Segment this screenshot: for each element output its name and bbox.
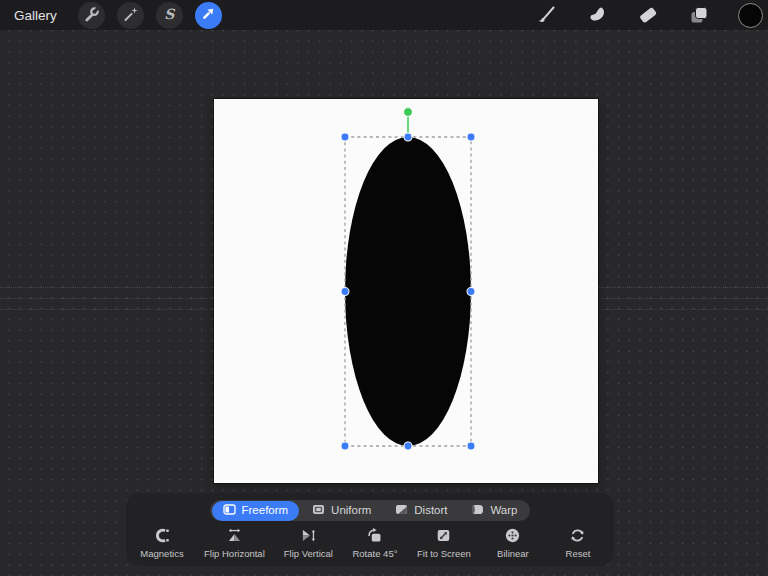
handle-middle-left[interactable] — [341, 288, 349, 296]
reset-button[interactable]: Reset — [555, 527, 601, 559]
flip-horizontal-button[interactable]: Flip Horizontal — [204, 527, 265, 559]
top-toolbar: Gallery S — [0, 0, 768, 30]
freeform-icon — [223, 503, 236, 518]
mode-label: Freeform — [242, 505, 289, 517]
reset-icon — [568, 527, 587, 547]
distort-icon — [395, 503, 408, 518]
action-label: Magnetics — [140, 549, 183, 559]
flip-horizontal-icon — [225, 527, 244, 547]
wrench-icon — [83, 5, 100, 25]
transform-button[interactable] — [195, 2, 222, 29]
bilinear-icon — [503, 527, 522, 547]
move-arrow-icon — [200, 5, 217, 25]
magic-wand-icon — [122, 5, 139, 25]
action-label: Bilinear — [497, 549, 529, 559]
action-label: Reset — [566, 549, 591, 559]
magnet-icon — [153, 527, 172, 547]
procreate-app: Gallery S — [0, 0, 768, 576]
warp-icon — [471, 503, 484, 518]
selection-button[interactable]: S — [156, 2, 183, 29]
handle-bottom-left[interactable] — [341, 442, 349, 450]
bilinear-button[interactable]: Bilinear — [490, 527, 536, 559]
action-label: Rotate 45° — [352, 549, 397, 559]
action-label: Fit to Screen — [417, 549, 471, 559]
handle-top-left[interactable] — [341, 133, 349, 141]
handle-bottom-center[interactable] — [404, 442, 412, 450]
rotate-45-icon — [365, 527, 384, 547]
painting-tools-group — [534, 3, 768, 28]
selected-ellipse-shape[interactable] — [345, 137, 471, 446]
mode-label: Uniform — [331, 505, 371, 517]
fit-to-screen-button[interactable]: Fit to Screen — [417, 527, 471, 559]
fit-screen-icon — [434, 527, 453, 547]
handle-top-right[interactable] — [467, 133, 475, 141]
action-label: Flip Vertical — [284, 549, 333, 559]
mode-label: Warp — [490, 505, 517, 517]
selection-s-icon: S — [164, 7, 174, 21]
handle-bottom-right[interactable] — [467, 442, 475, 450]
actions-button[interactable] — [78, 2, 105, 29]
flip-vertical-icon — [299, 527, 318, 547]
brush-icon[interactable] — [534, 3, 558, 27]
color-swatch[interactable] — [738, 3, 763, 28]
mode-distort-button[interactable]: Distort — [384, 502, 458, 520]
magnetics-button[interactable]: Magnetics — [139, 527, 185, 559]
handle-top-center[interactable] — [404, 133, 412, 141]
transform-toolbar: Freeform Uniform — [126, 493, 614, 566]
mode-warp-button[interactable]: Warp — [460, 502, 528, 520]
transform-actions-row: Magnetics Flip Horizontal — [126, 527, 614, 559]
transform-mode-segmented: Freeform Uniform — [210, 500, 530, 521]
handle-middle-right[interactable] — [467, 288, 475, 296]
mode-label: Distort — [414, 505, 447, 517]
gallery-button[interactable]: Gallery — [14, 8, 57, 23]
mode-uniform-button[interactable]: Uniform — [301, 502, 382, 520]
adjustments-button[interactable] — [117, 2, 144, 29]
eraser-icon[interactable] — [636, 3, 660, 27]
rotation-handle[interactable] — [404, 108, 413, 117]
action-label: Flip Horizontal — [204, 549, 265, 559]
rotate-45-button[interactable]: Rotate 45° — [352, 527, 398, 559]
mode-freeform-button[interactable]: Freeform — [212, 501, 300, 521]
smudge-icon[interactable] — [585, 3, 609, 27]
layers-icon[interactable] — [687, 3, 711, 27]
uniform-icon — [312, 503, 325, 518]
flip-vertical-button[interactable]: Flip Vertical — [284, 527, 333, 559]
